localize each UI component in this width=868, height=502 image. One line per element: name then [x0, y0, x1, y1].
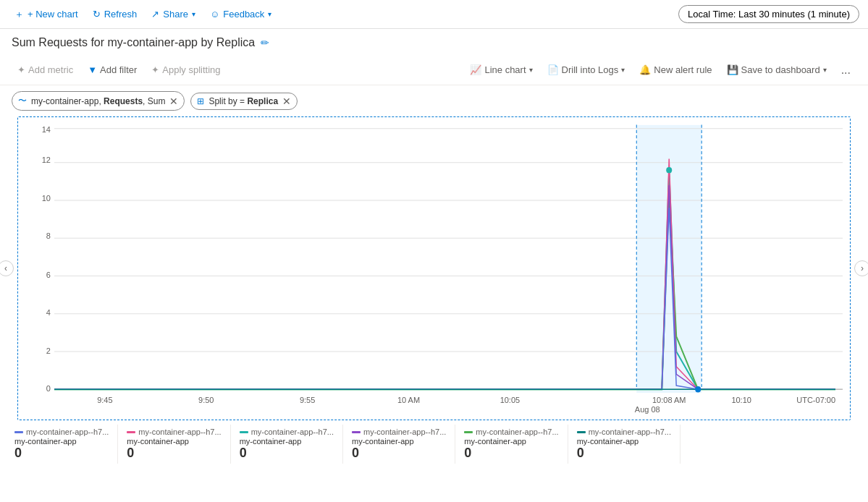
feedback-icon: ☺ [210, 9, 219, 20]
save-dashboard-label: Save to dashboard [741, 64, 820, 75]
legend-sub-5: my-container-app [577, 437, 671, 446]
save-to-dashboard-button[interactable]: 💾 Save to dashboard ▾ [721, 61, 833, 79]
legend-value-5: 0 [577, 446, 671, 461]
time-range-label: Local Time: Last 30 minutes (1 minute) [688, 9, 850, 20]
new-alert-rule-button[interactable]: 🔔 New alert rule [633, 61, 717, 79]
svg-text:10 AM: 10 AM [397, 396, 420, 404]
svg-text:9:55: 9:55 [300, 396, 315, 404]
legend-label-3: my-container-app--h7... [363, 427, 446, 436]
share-icon: ↗ [151, 9, 159, 20]
legend-color-0 [14, 431, 23, 433]
svg-point-31 [666, 167, 672, 173]
metric-chip: 〜 my-container-app, Requests, Sum ✕ [12, 91, 185, 111]
svg-text:6: 6 [46, 270, 51, 278]
split-chip: ⊞ Split by = Replica ✕ [190, 93, 298, 110]
edit-title-icon[interactable]: ✏ [261, 37, 269, 48]
legend-color-5 [577, 431, 586, 433]
top-toolbar: ＋ + New chart ↻ Refresh ↗ Share ▾ ☺ Feed… [0, 0, 868, 29]
legend-item-5: my-container-app--h7... my-container-app… [568, 425, 681, 464]
metric-chip-close[interactable]: ✕ [169, 96, 178, 106]
time-range-selector[interactable]: Local Time: Last 30 minutes (1 minute) [678, 5, 859, 23]
add-metric-label: Add metric [28, 64, 73, 75]
feedback-label: Feedback [223, 9, 264, 20]
chart-wrapper: ‹ 0 2 4 6 8 10 12 14 [6, 116, 862, 420]
apply-splitting-label: Apply splitting [162, 64, 220, 75]
more-icon: ... [841, 64, 851, 76]
metrics-toolbar: ✦ Add metric ▼ Add filter ✦ Apply splitt… [0, 55, 868, 85]
line-chart-icon: 📈 [470, 64, 481, 75]
svg-text:Aug 08: Aug 08 [635, 404, 660, 413]
chart-svg: 0 2 4 6 8 10 12 14 9:45 9:50 9:55 [18, 117, 850, 420]
legend-label-4: my-container-app--h7... [476, 427, 558, 436]
line-chart-chevron-icon: ▾ [529, 66, 533, 74]
save-icon: 💾 [727, 64, 738, 75]
legend-label-2: my-container-app--h7... [251, 427, 334, 436]
line-chart-label: Line chart [484, 64, 526, 75]
metric-chip-icon: 〜 [18, 95, 27, 107]
svg-text:10:10: 10:10 [731, 396, 751, 404]
add-metric-icon: ✦ [17, 64, 25, 75]
new-alert-label: New alert rule [654, 64, 712, 75]
more-options-button[interactable]: ... [835, 60, 856, 80]
page-title-bar: Sum Requests for my-container-app by Rep… [0, 29, 868, 55]
legend-item-0: my-container-app--h7... my-container-app… [12, 425, 118, 464]
split-chip-close[interactable]: ✕ [282, 96, 291, 106]
plus-icon: ＋ [14, 8, 24, 21]
legend-item-1: my-container-app--h7... my-container-app… [118, 425, 230, 464]
svg-text:12: 12 [42, 155, 51, 163]
split-chip-icon: ⊞ [197, 96, 204, 106]
share-label: Share [163, 9, 188, 20]
new-chart-button[interactable]: ＋ + New chart [9, 5, 84, 24]
chart-area[interactable]: 0 2 4 6 8 10 12 14 9:45 9:50 9:55 [17, 116, 851, 420]
legend-sub-3: my-container-app [352, 437, 446, 446]
legend-color-2 [240, 431, 248, 433]
legend-value-1: 0 [127, 446, 221, 461]
add-metric-button[interactable]: ✦ Add metric [12, 61, 79, 79]
feedback-button[interactable]: ☺ Feedback ▾ [204, 6, 277, 22]
new-chart-label: + New chart [28, 9, 78, 20]
svg-rect-0 [54, 124, 835, 393]
filter-chips-area: 〜 my-container-app, Requests, Sum ✕ ⊞ Sp… [0, 85, 868, 116]
svg-text:UTC-07:00: UTC-07:00 [796, 396, 835, 404]
drill-logs-chevron-icon: ▾ [621, 66, 625, 74]
svg-text:9:45: 9:45 [97, 396, 112, 404]
drill-into-logs-button[interactable]: 📄 Drill into Logs ▾ [542, 61, 631, 79]
legend-color-3 [352, 431, 361, 433]
refresh-button[interactable]: ↻ Refresh [87, 6, 143, 22]
legend-color-4 [464, 431, 473, 433]
refresh-label: Refresh [104, 9, 138, 20]
legend-value-4: 0 [464, 446, 558, 461]
line-chart-button[interactable]: 📈 Line chart ▾ [464, 61, 538, 79]
legend-sub-4: my-container-app [464, 437, 558, 446]
legend-label-5: my-container-app--h7... [589, 427, 671, 436]
legend-sub-0: my-container-app [14, 437, 109, 446]
chart-nav-right[interactable]: › [854, 260, 868, 276]
legend-value-3: 0 [352, 446, 446, 461]
share-chevron-icon: ▾ [192, 10, 195, 18]
legend-value-0: 0 [14, 446, 109, 461]
page-title: Sum Requests for my-container-app by Rep… [12, 36, 255, 49]
metric-chip-label: my-container-app, Requests, Sum [31, 96, 165, 106]
legend-bar: my-container-app--h7... my-container-app… [0, 420, 868, 468]
legend-item-4: my-container-app--h7... my-container-app… [455, 425, 568, 464]
feedback-chevron-icon: ▾ [268, 10, 271, 18]
svg-point-32 [695, 386, 701, 392]
add-filter-button[interactable]: ▼ Add filter [82, 61, 143, 79]
svg-text:10: 10 [42, 194, 51, 203]
chart-nav-left[interactable]: ‹ [0, 260, 14, 276]
drill-logs-icon: 📄 [547, 64, 559, 75]
apply-splitting-button[interactable]: ✦ Apply splitting [146, 61, 226, 79]
svg-text:10:05: 10:05 [500, 396, 520, 404]
svg-text:14: 14 [42, 125, 51, 134]
svg-text:10:08 AM: 10:08 AM [652, 396, 686, 404]
share-button[interactable]: ↗ Share ▾ [146, 6, 201, 22]
save-chevron-icon: ▾ [823, 66, 827, 74]
legend-label-0: my-container-app--h7... [26, 427, 109, 436]
legend-item-3: my-container-app--h7... my-container-app… [343, 425, 455, 464]
add-filter-icon: ▼ [88, 64, 97, 75]
refresh-icon: ↻ [93, 9, 101, 20]
legend-sub-1: my-container-app [127, 437, 221, 446]
legend-value-2: 0 [240, 446, 334, 461]
legend-sub-2: my-container-app [240, 437, 334, 446]
svg-text:2: 2 [46, 346, 51, 355]
